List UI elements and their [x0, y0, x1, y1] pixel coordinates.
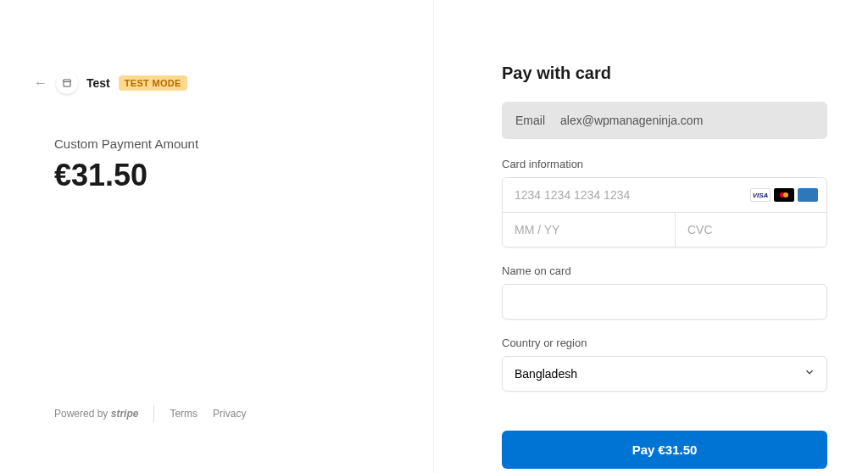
store-name: Test: [86, 76, 110, 90]
test-mode-badge: TEST MODE: [119, 75, 187, 91]
amount-label: Custom Payment Amount: [54, 136, 383, 151]
pay-button[interactable]: Pay €31.50: [502, 431, 827, 469]
merchant-header: ← Test TEST MODE: [34, 72, 383, 94]
card-info-label: Card information: [502, 158, 827, 170]
terms-link[interactable]: Terms: [170, 408, 198, 420]
country-select[interactable]: Bangladesh: [502, 356, 827, 392]
payment-form-panel: Pay with card Email alex@wpmanageninja.c…: [434, 0, 868, 473]
card-number-input[interactable]: [503, 178, 750, 212]
visa-icon: VISA: [750, 188, 771, 202]
page-title: Pay with card: [502, 64, 827, 83]
card-brand-icons: VISA: [750, 188, 826, 202]
country-block: Country or region Bangladesh: [502, 337, 827, 392]
footer: Powered by stripe Terms Privacy: [54, 405, 246, 422]
name-block: Name on card: [502, 264, 827, 320]
amount-block: Custom Payment Amount €31.50: [54, 136, 383, 193]
country-label: Country or region: [502, 337, 827, 349]
summary-panel: ← Test TEST MODE Custom Payment Amount €…: [0, 0, 434, 473]
mastercard-icon: [774, 188, 794, 202]
email-display: Email alex@wpmanageninja.com: [502, 102, 827, 139]
back-arrow-icon[interactable]: ←: [34, 75, 47, 91]
stripe-logo: stripe: [111, 408, 139, 420]
email-value: alex@wpmanageninja.com: [560, 114, 703, 127]
footer-divider: [153, 405, 154, 422]
amount-value: €31.50: [54, 158, 383, 193]
name-on-card-input[interactable]: [502, 284, 827, 320]
powered-by-label: Powered by stripe: [54, 408, 138, 420]
name-label: Name on card: [502, 264, 827, 277]
cvc-input[interactable]: [676, 213, 827, 247]
email-label: Email: [515, 114, 545, 127]
card-input-group: VISA: [502, 177, 827, 248]
store-icon: [56, 72, 78, 94]
amex-icon: [798, 188, 818, 202]
expiry-input[interactable]: [503, 213, 676, 247]
privacy-link[interactable]: Privacy: [213, 408, 246, 420]
card-info-block: Card information VISA: [502, 158, 827, 248]
